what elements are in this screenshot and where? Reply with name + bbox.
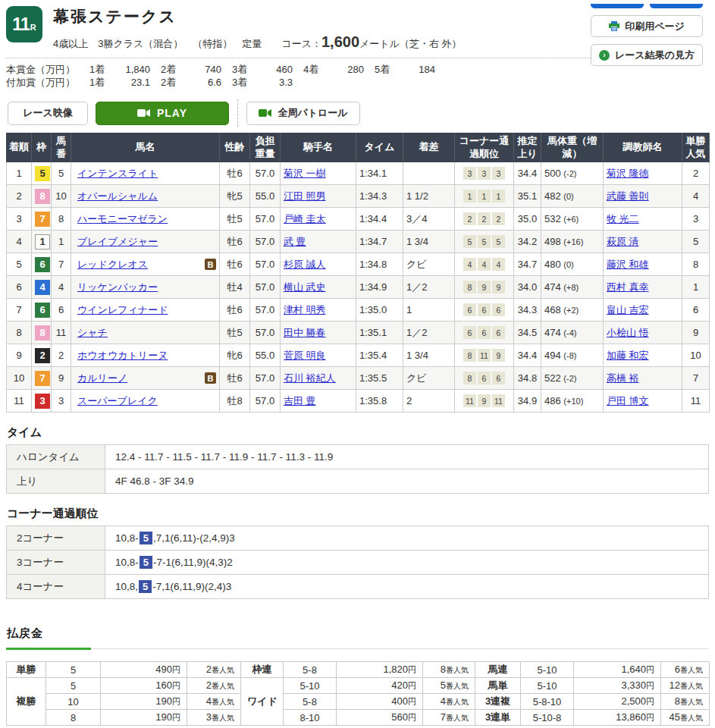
prize-value: 23.1 bbox=[112, 77, 150, 89]
trifecta-favorite: 45番人気 bbox=[661, 710, 710, 726]
win-favorite: 10 bbox=[682, 344, 710, 367]
prize-place: 1着 bbox=[89, 77, 112, 89]
body-weight-diff: (0) bbox=[563, 260, 573, 269]
margin: 1 3/4 bbox=[403, 231, 455, 253]
horse-number: 5 bbox=[52, 162, 71, 185]
table-row: 複勝 5 160円 2番人気 ワイド 5-10 420円 5番人気 馬単 5-1… bbox=[7, 678, 710, 694]
col-waku: 枠 bbox=[32, 133, 52, 162]
body-weight-diff: (-2) bbox=[563, 169, 576, 178]
place-amount: 190円 bbox=[101, 694, 187, 710]
jockey-link[interactable]: 菅原 明良 bbox=[284, 350, 326, 361]
horse-name-link[interactable]: カルリーノ bbox=[77, 372, 127, 385]
trainer-link[interactable]: 萩原 清 bbox=[607, 236, 639, 247]
print-page-button[interactable]: 印刷用ページ bbox=[591, 15, 703, 37]
wide-combination: 5-10 bbox=[284, 678, 337, 694]
prize-value: 1,840 bbox=[112, 64, 150, 76]
trainer-link[interactable]: 畠山 吉宏 bbox=[607, 304, 649, 315]
margin: 2 bbox=[403, 390, 455, 413]
last-3f: 35.1 bbox=[514, 185, 541, 208]
jockey-link[interactable]: 吉田 豊 bbox=[284, 395, 316, 406]
truncated-blue-button-right[interactable] bbox=[650, 4, 703, 8]
prize-main-label: 本賞金（万円） bbox=[6, 64, 79, 76]
horse-name-link[interactable]: リッケンバッカー bbox=[77, 281, 158, 294]
result-guide-button[interactable]: › レース結果の見方 bbox=[591, 44, 703, 66]
waku-badge: 8 bbox=[35, 189, 50, 204]
jockey-link[interactable]: 横山 武史 bbox=[284, 281, 326, 293]
trainer-link[interactable]: 小桧山 悟 bbox=[607, 327, 649, 338]
horse-name-link[interactable]: オパールシャルム bbox=[77, 190, 158, 203]
trainer-link[interactable]: 加藤 和宏 bbox=[607, 350, 649, 361]
jockey-link[interactable]: 武 豊 bbox=[284, 236, 306, 247]
blinker-badge: B bbox=[205, 372, 216, 384]
jockey-link[interactable]: 石川 裕紀人 bbox=[284, 372, 336, 384]
wide-combination: 5-8 bbox=[284, 694, 337, 710]
trainer-link[interactable]: 牧 光二 bbox=[607, 213, 639, 224]
carried-weight: 57.0 bbox=[250, 367, 281, 390]
carried-weight: 55.0 bbox=[250, 344, 281, 367]
waku-badge: 5 bbox=[35, 166, 50, 181]
trainer-link[interactable]: 菊沢 隆徳 bbox=[607, 168, 649, 179]
trainer-link[interactable]: 高橋 裕 bbox=[607, 372, 639, 384]
waku-badge: 6 bbox=[35, 303, 50, 318]
finish-time: 1:34.1 bbox=[356, 162, 403, 185]
sex-age: 牡5 bbox=[220, 208, 250, 231]
jockey-link[interactable]: 江田 照男 bbox=[284, 190, 326, 202]
body-weight: 486 bbox=[544, 395, 561, 406]
place-combination: 8 bbox=[46, 710, 101, 726]
horse-number: 11 bbox=[52, 322, 71, 344]
prize-place: 3着 bbox=[232, 64, 255, 76]
sex-age: 牡5 bbox=[220, 322, 250, 344]
trainer-link[interactable]: 武藤 善則 bbox=[607, 190, 649, 202]
win-favorite: 11 bbox=[682, 390, 710, 413]
horse-name-link[interactable]: レッドクレオス bbox=[77, 258, 148, 271]
trio-combination: 5-8-10 bbox=[521, 694, 574, 710]
jockey-link[interactable]: 津村 明秀 bbox=[284, 304, 326, 315]
prize-value: 460 bbox=[255, 64, 293, 76]
patrol-video-button[interactable]: 全周パトロール bbox=[246, 102, 360, 125]
prize-value: 6.6 bbox=[183, 77, 221, 89]
race-result-page: 11R 幕張ステークス 4歳以上 3勝クラス（混合） （特指） 定量 コース：1… bbox=[0, 0, 715, 726]
truncated-blue-button-left[interactable] bbox=[591, 4, 644, 8]
horse-name-link[interactable]: スーパーブレイク bbox=[77, 394, 158, 408]
col-jockey: 騎手名 bbox=[281, 133, 356, 162]
body-weight-diff: (+2) bbox=[563, 306, 579, 315]
col-margin: 着差 bbox=[403, 133, 455, 162]
win-favorite: 2番人気 bbox=[187, 662, 241, 678]
horse-name-link[interactable]: ブレイブメジャー bbox=[77, 235, 158, 249]
play-button[interactable]: PLAY bbox=[96, 102, 229, 125]
horse-name-link[interactable]: シャチ bbox=[77, 326, 108, 340]
finish-position: 2 bbox=[7, 185, 32, 208]
jockey-link[interactable]: 田中 勝春 bbox=[284, 327, 326, 338]
horse-name-link[interactable]: インテンスライト bbox=[77, 167, 158, 180]
body-weight: 532 bbox=[544, 213, 561, 224]
trainer-link[interactable]: 戸田 博文 bbox=[607, 395, 649, 406]
finish-time: 1:35.5 bbox=[356, 367, 403, 390]
race-video-button[interactable]: レース映像 bbox=[8, 102, 88, 125]
body-weight: 468 bbox=[544, 304, 561, 315]
jockey-link[interactable]: 戸崎 圭太 bbox=[284, 213, 326, 224]
jockey-link[interactable]: 菊沢 一樹 bbox=[284, 168, 326, 179]
horse-name-link[interactable]: ウインレフィナード bbox=[77, 303, 168, 317]
quinella-amount: 1,640円 bbox=[574, 662, 661, 678]
win-favorite: 4 bbox=[682, 185, 710, 208]
horse-name-link[interactable]: ホウオウカトリーヌ bbox=[77, 349, 168, 362]
body-weight-diff: (+8) bbox=[563, 283, 579, 292]
corner-order: 666 bbox=[458, 303, 510, 316]
prize-row-additional: 付加賞（万円） 1着23.1 2着6.6 3着3.3 bbox=[6, 77, 709, 89]
wide-label: ワイド bbox=[241, 678, 284, 726]
waku-badge: 2 bbox=[35, 348, 50, 363]
finish-position: 1 bbox=[7, 162, 32, 185]
time-section-heading: タイム bbox=[7, 425, 709, 440]
win-label: 単勝 bbox=[7, 662, 46, 678]
trainer-link[interactable]: 藤沢 和雄 bbox=[607, 259, 649, 270]
horse-number: 3 bbox=[52, 390, 71, 413]
race-number: 11 bbox=[12, 14, 29, 35]
col-sex-age: 性齢 bbox=[220, 133, 250, 162]
trainer-link[interactable]: 西村 真幸 bbox=[607, 281, 649, 293]
corner-order: 8119 bbox=[458, 349, 510, 362]
carried-weight: 57.0 bbox=[250, 276, 281, 299]
jockey-link[interactable]: 杉原 誠人 bbox=[284, 259, 326, 270]
finish-position: 7 bbox=[7, 299, 32, 322]
horse-name-link[interactable]: ハーモニーマゼラン bbox=[77, 212, 168, 226]
patrol-label: 全周パトロール bbox=[278, 106, 347, 120]
